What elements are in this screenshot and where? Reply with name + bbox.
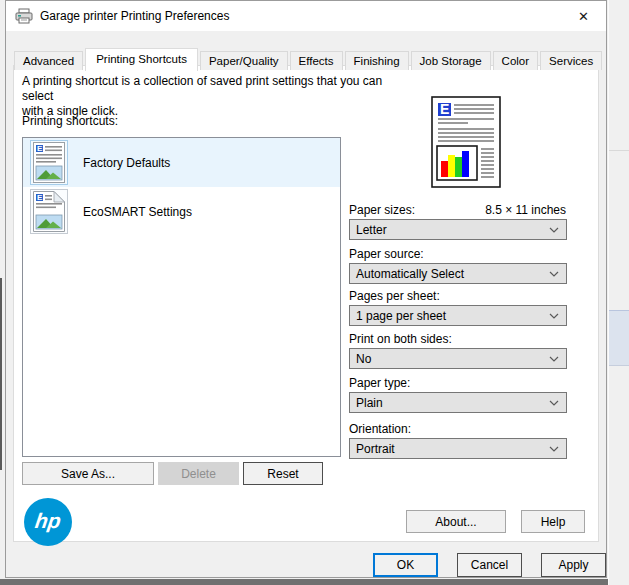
background-divider (609, 150, 629, 151)
printing-preferences-dialog: Garage printer Printing Preferences ✕ Ad… (5, 0, 607, 578)
list-item-factory-defaults[interactable]: E Factory Defaults (23, 138, 340, 187)
list-item-label: EcoSMART Settings (83, 187, 192, 236)
about-button[interactable]: About... (406, 510, 506, 533)
tab-job-storage[interactable]: Job Storage (411, 51, 491, 70)
tab-printing-shortcuts[interactable]: Printing Shortcuts (85, 48, 198, 71)
cancel-button[interactable]: Cancel (457, 553, 522, 577)
background-selected-row (609, 310, 629, 366)
svg-text:E: E (440, 101, 449, 117)
paper-source-label: Paper source: (349, 247, 567, 262)
chevron-down-icon (549, 356, 559, 362)
chevron-down-icon (549, 446, 559, 452)
field-paper-type: Paper type: Plain (349, 376, 567, 413)
printing-shortcuts-page: A printing shortcut is a collection of s… (13, 65, 599, 542)
tab-effects[interactable]: Effects (290, 51, 343, 70)
pages-per-sheet-value: 1 page per sheet (356, 309, 446, 323)
tab-services[interactable]: Services (540, 51, 602, 70)
reset-button[interactable]: Reset (243, 462, 323, 485)
chevron-down-icon (549, 313, 559, 319)
tab-paper-quality[interactable]: Paper/Quality (200, 51, 288, 70)
printer-icon (15, 8, 33, 24)
chevron-down-icon (549, 271, 559, 277)
hp-logo: hp (24, 498, 72, 546)
description-line1: A printing shortcut is a collection of s… (22, 74, 402, 104)
shortcut-description: A printing shortcut is a collection of s… (22, 74, 402, 119)
pages-per-sheet-label: Pages per sheet: (349, 289, 567, 304)
paper-source-select[interactable]: Automatically Select (349, 263, 567, 284)
background-left-edge (0, 278, 2, 470)
help-button[interactable]: Help (521, 510, 585, 533)
svg-text:E: E (37, 193, 43, 202)
background-window-edge (608, 0, 609, 585)
apply-button[interactable]: Apply (541, 553, 606, 577)
background-bottom-strip (0, 579, 608, 585)
field-paper-sizes: Paper sizes: 8.5 × 11 inches Letter (349, 203, 567, 240)
page-preview-icon: E (431, 96, 501, 191)
orientation-label: Orientation: (349, 422, 567, 437)
paper-sizes-value: Letter (356, 223, 387, 237)
orientation-value: Portrait (356, 442, 395, 456)
tab-strip: Advanced Printing Shortcuts Paper/Qualit… (14, 47, 604, 70)
document-eco-icon: E (30, 189, 68, 234)
tab-color[interactable]: Color (493, 51, 538, 70)
document-icon: E (30, 140, 68, 185)
save-as-button[interactable]: Save As... (22, 462, 154, 485)
field-orientation: Orientation: Portrait (349, 422, 567, 459)
tab-advanced[interactable]: Advanced (14, 51, 83, 70)
ok-button[interactable]: OK (373, 553, 438, 577)
print-on-both-sides-label: Print on both sides: (349, 332, 567, 347)
print-on-both-sides-value: No (356, 352, 371, 366)
list-item-ecosmart-settings[interactable]: E EcoSMART Settings (23, 187, 340, 236)
printing-shortcuts-label: Printing shortcuts: (22, 114, 118, 128)
svg-text:E: E (37, 144, 43, 153)
field-pages-per-sheet: Pages per sheet: 1 page per sheet (349, 289, 567, 326)
paper-source-value: Automatically Select (356, 267, 464, 281)
paper-type-label: Paper type: (349, 376, 567, 391)
title-bar[interactable]: Garage printer Printing Preferences ✕ (6, 1, 606, 31)
hp-logo-text: hp (33, 509, 62, 536)
chevron-down-icon (549, 400, 559, 406)
delete-button[interactable]: Delete (158, 462, 239, 485)
window-title: Garage printer Printing Preferences (40, 9, 229, 23)
paper-type-value: Plain (356, 396, 383, 410)
orientation-select[interactable]: Portrait (349, 438, 567, 459)
list-item-label: Factory Defaults (83, 138, 170, 187)
field-paper-source: Paper source: Automatically Select (349, 247, 567, 284)
paper-type-select[interactable]: Plain (349, 392, 567, 413)
pages-per-sheet-select[interactable]: 1 page per sheet (349, 305, 567, 326)
printing-shortcuts-list[interactable]: E Factory Defaults (22, 137, 341, 457)
paper-sizes-select[interactable]: Letter (349, 219, 567, 240)
print-on-both-sides-select[interactable]: No (349, 348, 567, 369)
paper-size-info: 8.5 × 11 inches (485, 203, 566, 217)
chevron-down-icon (549, 227, 559, 233)
field-print-on-both-sides: Print on both sides: No (349, 332, 567, 369)
close-icon[interactable]: ✕ (561, 1, 606, 31)
tab-finishing[interactable]: Finishing (345, 51, 409, 70)
